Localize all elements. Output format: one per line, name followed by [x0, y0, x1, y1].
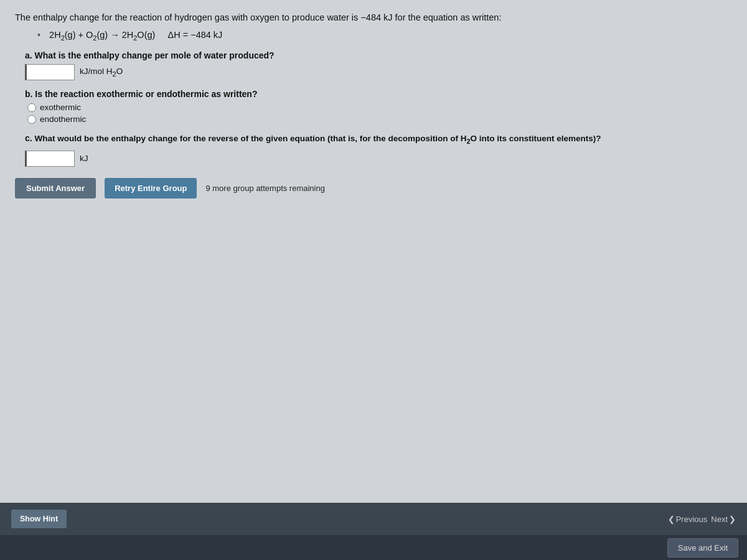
- bottom-bar: Show Hint ❮ Previous Next ❯: [0, 503, 747, 535]
- radio-endothermic-label: endothermic: [40, 114, 86, 124]
- button-row: Submit Answer Retry Entire Group 9 more …: [15, 178, 732, 198]
- equation-text: 2H2(g) + O2(g) → 2H2O(g) ΔH = −484 kJ: [49, 30, 222, 42]
- part-c-section: c. What would be the enthalpy change for…: [25, 133, 732, 167]
- radio-exothermic-label: exothermic: [40, 103, 81, 112]
- part-b-radio-group: exothermic endothermic: [27, 103, 732, 124]
- show-hint-button[interactable]: Show Hint: [11, 510, 67, 528]
- main-content: The enthalpy change for the reaction of …: [0, 0, 747, 503]
- part-b-question: Is the reaction exothermic or endothermi…: [35, 89, 257, 99]
- next-label: Next: [711, 515, 728, 524]
- radio-endothermic[interactable]: endothermic: [27, 114, 732, 124]
- save-exit-button[interactable]: Save and Exit: [667, 538, 738, 558]
- part-c-input-row: kJ: [25, 151, 732, 167]
- nav-row: ❮ Previous Next ❯: [668, 515, 736, 524]
- part-b-label: b.: [25, 89, 35, 99]
- part-a-input-row: kJ/mol H2O: [25, 64, 732, 80]
- chevron-left-icon: ❮: [668, 515, 675, 524]
- part-a-input[interactable]: [25, 64, 75, 80]
- next-button[interactable]: Next ❯: [711, 515, 736, 524]
- part-c-question: What would be the enthalpy change for th…: [35, 134, 601, 143]
- footer-bar: Save and Exit: [0, 535, 747, 560]
- part-c-input[interactable]: [25, 151, 75, 167]
- part-b-section: b. Is the reaction exothermic or endothe…: [25, 89, 732, 124]
- part-a-label: a.: [25, 50, 35, 60]
- radio-exothermic[interactable]: exothermic: [27, 103, 732, 112]
- intro-text: The enthalpy change for the reaction of …: [15, 11, 732, 24]
- chevron-right-icon: ❯: [729, 515, 736, 524]
- part-a-section: a. What is the enthalpy change per mole …: [25, 50, 732, 80]
- radio-exothermic-input[interactable]: [27, 103, 36, 112]
- previous-label: Previous: [676, 515, 708, 524]
- bullet-dot: •: [37, 30, 40, 40]
- radio-endothermic-input[interactable]: [27, 115, 36, 124]
- retry-group-button[interactable]: Retry Entire Group: [105, 178, 197, 198]
- submit-answer-button[interactable]: Submit Answer: [15, 178, 96, 198]
- part-a-unit: kJ/mol H2O: [80, 67, 123, 78]
- part-c-label: c.: [25, 133, 35, 143]
- previous-button[interactable]: ❮ Previous: [668, 515, 708, 524]
- equation-display: • 2H2(g) + O2(g) → 2H2O(g) ΔH = −484 kJ: [37, 30, 732, 42]
- part-c-unit: kJ: [80, 154, 88, 163]
- part-a-question: What is the enthalpy change per mole of …: [35, 50, 275, 60]
- attempts-remaining-text: 9 more group attempts remaining: [205, 184, 324, 193]
